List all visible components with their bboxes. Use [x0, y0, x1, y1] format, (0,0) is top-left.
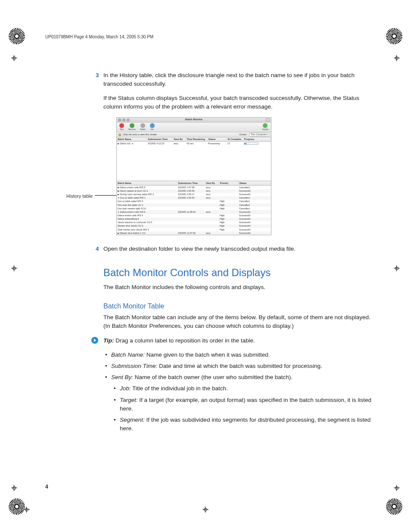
- history-batch-row[interactable]: Master shot Debra 1 CU2/22/05 11:57:51am…: [117, 231, 271, 235]
- cell: Cancelled: [238, 196, 271, 200]
- cell: [177, 228, 205, 231]
- history-job-row[interactable]: Side master shot Jacob WS 3HighSuccessfu…: [117, 228, 271, 231]
- info-label: Info: [151, 128, 154, 131]
- cell: amy: [205, 210, 219, 214]
- column-header[interactable]: Sent By: [173, 137, 186, 142]
- cell-pct: 17: [227, 142, 243, 146]
- cell: Successful: [238, 210, 271, 214]
- bullet-list: Batch Name: Name given to the batch when…: [111, 351, 375, 433]
- history-batch-row[interactable]: Debra enters cafe WS 52/22/05 1:47:38amy…: [117, 186, 271, 190]
- cell: [177, 200, 205, 203]
- info-button[interactable]: Info: [150, 123, 155, 131]
- minimize-icon[interactable]: [122, 118, 125, 121]
- history-job-row[interactable]: Don pain sweats tight XCUHighCancelled: [117, 207, 271, 210]
- cell: Debra enters cafe WS 5: [117, 210, 177, 214]
- column-header[interactable]: Status: [238, 181, 271, 186]
- cell: [219, 190, 238, 193]
- history-job-row[interactable]: Jacob reaction to customer CU 5HighSucce…: [117, 221, 271, 224]
- cluster-dropdown[interactable]: This Computer: [249, 133, 269, 137]
- cell: Cancelled: [238, 207, 271, 210]
- cell: [205, 214, 219, 218]
- delete-icon: [140, 123, 145, 128]
- page-content: 3 In the History table, click the disclo…: [103, 71, 375, 436]
- cell: Don at table salad WS 1: [117, 196, 177, 200]
- history-batch-row[interactable]: Dining room serving salad WS 32/22/05 1:…: [117, 193, 271, 196]
- history-job-row[interactable]: Master shot Jacob CU 5HighSuccessful: [117, 224, 271, 228]
- column-header[interactable]: Submission Time: [177, 181, 205, 186]
- cell: [205, 228, 219, 231]
- crop-mark: [394, 55, 400, 61]
- step-number: 3: [96, 71, 99, 80]
- cell: High: [219, 200, 238, 203]
- active-headers[interactable]: Batch NameSubmission TimeSent ByTime Rem…: [117, 137, 271, 142]
- cell: [177, 221, 205, 224]
- window-titlebar[interactable]: Batch Monitor: [117, 118, 271, 123]
- cell-time: 2/22/05 4:12:23: [147, 142, 173, 146]
- cell: [219, 210, 238, 214]
- cell: Successful: [238, 221, 271, 224]
- h1-subtext: The Batch Monitor includes the following…: [103, 283, 375, 292]
- column-header[interactable]: Batch Name: [117, 137, 147, 142]
- cell: [205, 203, 219, 207]
- cell: Jacob reaction to customer CU 5: [117, 221, 177, 224]
- column-header[interactable]: Time Remaining: [186, 137, 207, 142]
- cell: [177, 203, 205, 207]
- active-batch-row[interactable]: Debra sid...e 2/22/05 4:12:23 amy 43 sec…: [117, 142, 271, 146]
- bullet-text: Name of the batch owner (the user who su…: [133, 374, 293, 380]
- bullet-text: Name given to the batch when it was subm…: [145, 352, 270, 358]
- tip: Tip: Drag a column label to reposition i…: [103, 336, 375, 345]
- cell-sent: amy: [173, 142, 186, 146]
- cell: [205, 218, 219, 221]
- h2-subtext: The Batch Monitor table can include any …: [103, 313, 375, 331]
- history-job-row[interactable]: Debra enters cafe WS 5HighSuccessful: [117, 214, 271, 218]
- column-header[interactable]: Batch Name: [117, 181, 177, 186]
- column-header[interactable]: Submission Time: [147, 137, 173, 142]
- toolbar-toggle-icon[interactable]: [266, 118, 270, 121]
- history-job-row[interactable]: Don at table salad WS 5HighCancelled: [117, 200, 271, 203]
- bullet-label: Sent By:: [111, 374, 133, 380]
- column-header[interactable]: Sent By: [205, 181, 219, 186]
- history-batch-row[interactable]: Don at table salad WS 12/22/05 1:04:34am…: [117, 196, 271, 200]
- cell: [205, 221, 219, 224]
- delete-button[interactable]: Delete: [140, 123, 146, 131]
- cell: [219, 231, 238, 235]
- tip-arrow-icon: [91, 337, 98, 344]
- cell: Cancelled: [238, 200, 271, 203]
- cell: High: [219, 203, 238, 207]
- cell: Debra enters cafe WS 5: [117, 186, 177, 190]
- history-job-row[interactable]: Don eats fish plate CU 1HighCancelled: [117, 203, 271, 207]
- cell: High: [219, 224, 238, 228]
- callout-history-table: History table: [66, 193, 93, 200]
- column-header[interactable]: % Complete: [227, 137, 243, 142]
- zoom-icon[interactable]: [127, 118, 130, 121]
- cell: 2/22/05 11:59:01: [177, 210, 205, 214]
- history-headers[interactable]: Batch NameSubmission TimeSent ByPriority…: [117, 181, 271, 186]
- cell: Dining room serving salad WS 3: [117, 193, 177, 196]
- cell: [219, 186, 238, 190]
- bullet-label: Job:: [120, 385, 131, 392]
- batch-monitor-window: Batch Monitor Stop Resume Delete: [116, 117, 271, 235]
- column-header[interactable]: Progress: [243, 137, 271, 142]
- update-button[interactable]: Update: [262, 123, 268, 131]
- print-mark-corner: [9, 28, 25, 44]
- history-job-row[interactable]: Debra sidewalking 6HighSuccessful: [117, 218, 271, 221]
- cell: amy: [205, 196, 219, 200]
- lock-icon[interactable]: [118, 134, 121, 136]
- step4-text: Open the destination folder to view the …: [103, 245, 375, 253]
- history-batch-row[interactable]: Nancy greets at door CU 22/22/05 1:05:49…: [117, 190, 271, 193]
- cell: Nancy greets at door CU 2: [117, 190, 177, 193]
- cell: Successful: [238, 193, 271, 196]
- cell: Don at table salad WS 5: [117, 200, 177, 203]
- cell-remain: 43 sec.: [186, 142, 207, 146]
- cluster-label: Cluster:: [239, 133, 247, 136]
- tip-text: Drag a column label to reposition its or…: [114, 337, 255, 344]
- history-batch-row[interactable]: Debra enters cafe WS 52/22/05 11:59:01am…: [117, 210, 271, 214]
- close-icon[interactable]: [118, 118, 121, 121]
- resume-button[interactable]: Resume: [128, 123, 136, 131]
- column-header[interactable]: Status: [207, 137, 227, 142]
- column-header[interactable]: Priority: [219, 181, 238, 186]
- stop-label: Stop: [120, 128, 124, 131]
- stop-button[interactable]: Stop: [119, 123, 124, 131]
- cell: [177, 214, 205, 218]
- cell: [205, 224, 219, 228]
